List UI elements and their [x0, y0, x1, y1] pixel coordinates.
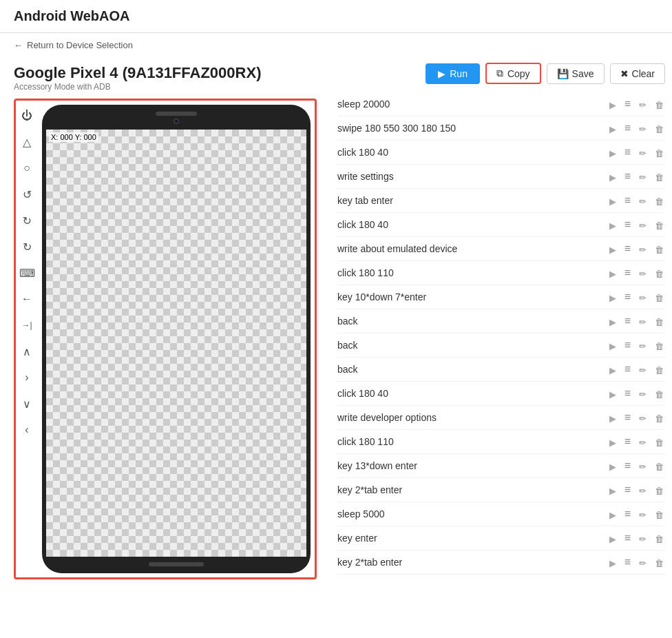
command-delete-icon[interactable]	[653, 121, 665, 136]
command-menu-icon[interactable]	[623, 410, 632, 425]
command-edit-icon[interactable]	[638, 435, 648, 449]
command-delete-icon[interactable]	[653, 169, 665, 184]
command-edit-icon[interactable]	[638, 483, 648, 497]
command-delete-icon[interactable]	[653, 290, 665, 305]
command-delete-icon[interactable]	[653, 242, 665, 256]
command-run-icon[interactable]	[608, 121, 618, 136]
command-delete-icon[interactable]	[653, 483, 665, 497]
rotate-cw2-icon[interactable]: ↻	[19, 238, 35, 255]
command-delete-icon[interactable]	[653, 97, 665, 112]
copy-button[interactable]: ⧉ Copy	[485, 63, 541, 84]
command-run-icon[interactable]	[608, 266, 618, 280]
command-edit-icon[interactable]	[638, 169, 648, 184]
command-run-icon[interactable]	[608, 194, 618, 208]
command-edit-icon[interactable]	[638, 387, 648, 401]
command-run-icon[interactable]	[608, 435, 618, 449]
rotate-cw-icon[interactable]: ↺	[19, 212, 35, 229]
command-delete-icon[interactable]	[653, 362, 665, 377]
command-run-icon[interactable]	[608, 218, 618, 232]
copy-icon: ⧉	[496, 68, 503, 79]
command-delete-icon[interactable]	[653, 531, 665, 546]
command-delete-icon[interactable]	[653, 435, 665, 449]
command-menu-icon[interactable]	[623, 482, 632, 497]
run-button[interactable]: ▶ Run	[426, 63, 480, 84]
command-delete-icon[interactable]	[653, 194, 665, 208]
command-run-icon[interactable]	[608, 169, 618, 184]
command-menu-icon[interactable]	[623, 555, 632, 570]
command-edit-icon[interactable]	[638, 555, 648, 570]
command-run-icon[interactable]	[608, 411, 618, 425]
circle-icon[interactable]: ○	[19, 160, 35, 176]
command-run-icon[interactable]	[608, 145, 618, 160]
command-run-icon[interactable]	[608, 483, 618, 497]
command-edit-icon[interactable]	[638, 97, 648, 112]
command-edit-icon[interactable]	[638, 242, 648, 256]
power-icon[interactable]: ⏻	[19, 107, 35, 124]
command-delete-icon[interactable]	[653, 555, 665, 570]
command-edit-icon[interactable]	[638, 362, 648, 377]
command-run-icon[interactable]	[608, 387, 618, 401]
command-edit-icon[interactable]	[638, 266, 648, 280]
command-delete-icon[interactable]	[653, 145, 665, 160]
command-menu-icon[interactable]	[623, 386, 632, 401]
phone-screen[interactable]: X: 000 Y: 000	[46, 130, 306, 557]
command-menu-icon[interactable]	[623, 362, 632, 377]
command-edit-icon[interactable]	[638, 145, 648, 160]
save-button[interactable]: 💾 Save	[547, 63, 605, 84]
command-run-icon[interactable]	[608, 97, 618, 112]
command-run-icon[interactable]	[608, 314, 618, 329]
command-run-icon[interactable]	[608, 531, 618, 546]
command-run-icon[interactable]	[608, 555, 618, 570]
command-delete-icon[interactable]	[653, 459, 665, 473]
command-menu-icon[interactable]	[623, 265, 632, 280]
chevron-right-icon[interactable]: ›	[19, 369, 35, 386]
home-icon[interactable]: △	[19, 134, 35, 150]
command-run-icon[interactable]	[608, 507, 618, 522]
command-edit-icon[interactable]	[638, 314, 648, 329]
command-run-icon[interactable]	[608, 362, 618, 377]
command-menu-icon[interactable]	[623, 289, 632, 305]
command-edit-icon[interactable]	[638, 218, 648, 232]
command-delete-icon[interactable]	[653, 387, 665, 401]
command-edit-icon[interactable]	[638, 194, 648, 208]
command-menu-icon[interactable]	[623, 434, 632, 449]
command-menu-icon[interactable]	[623, 121, 632, 136]
command-menu-icon[interactable]	[623, 531, 632, 546]
command-delete-icon[interactable]	[653, 338, 665, 353]
command-edit-icon[interactable]	[638, 121, 648, 136]
command-menu-icon[interactable]	[623, 313, 632, 329]
command-delete-icon[interactable]	[653, 314, 665, 329]
command-edit-icon[interactable]	[638, 459, 648, 473]
command-edit-icon[interactable]	[638, 290, 648, 305]
command-menu-icon[interactable]	[623, 506, 632, 522]
command-edit-icon[interactable]	[638, 531, 648, 546]
command-run-icon[interactable]	[608, 290, 618, 305]
command-edit-icon[interactable]	[638, 507, 648, 522]
command-run-icon[interactable]	[608, 338, 618, 353]
command-delete-icon[interactable]	[653, 266, 665, 280]
command-menu-icon[interactable]	[623, 169, 632, 184]
command-delete-icon[interactable]	[653, 218, 665, 232]
command-edit-icon[interactable]	[638, 338, 648, 353]
chevron-up-icon[interactable]: ∧	[19, 343, 35, 360]
command-menu-icon[interactable]	[623, 338, 632, 353]
command-menu-icon[interactable]	[623, 193, 632, 208]
arrow-right-in-icon[interactable]: →|	[19, 317, 35, 333]
command-menu-icon[interactable]	[623, 241, 632, 256]
arrow-left-icon[interactable]: ←	[19, 291, 35, 307]
command-run-icon[interactable]	[608, 459, 618, 473]
command-menu-icon[interactable]	[623, 145, 632, 160]
chevron-left-icon[interactable]: ‹	[19, 422, 35, 438]
command-run-icon[interactable]	[608, 242, 618, 256]
command-edit-icon[interactable]	[638, 411, 648, 425]
chevron-down-icon[interactable]: ∨	[19, 395, 35, 412]
command-delete-icon[interactable]	[653, 507, 665, 522]
command-menu-icon[interactable]	[623, 217, 632, 232]
command-menu-icon[interactable]	[623, 458, 632, 473]
clear-button[interactable]: ✖ Clear	[610, 63, 665, 84]
command-menu-icon[interactable]	[623, 96, 632, 112]
command-delete-icon[interactable]	[653, 411, 665, 425]
back-link[interactable]: ← Return to Device Selection	[0, 33, 672, 57]
keyboard-icon[interactable]: ⌨	[19, 265, 35, 281]
rotate-ccw-icon[interactable]: ↺	[19, 186, 35, 203]
